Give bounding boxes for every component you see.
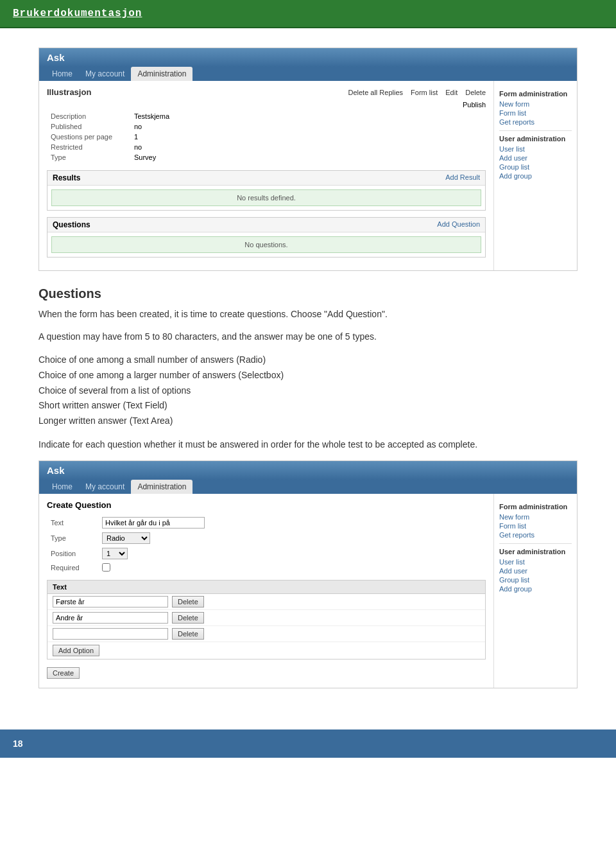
app1-main: Illustrasjon Delete all Replies Form lis… [39, 81, 493, 270]
user-admin-title: User administration [499, 135, 572, 143]
option-input-2[interactable] [53, 612, 168, 624]
app2-main: Create Question Text Type Radio [39, 494, 493, 688]
app1-toolbar: Illustrasjon Delete all Replies Form lis… [47, 87, 486, 97]
form-published-label: Published [47, 121, 130, 132]
option-row-2: Delete [47, 610, 485, 626]
app1-nav-admin[interactable]: Administration [131, 67, 193, 81]
form-restricted-value: no [130, 142, 486, 152]
app1-toolbar-actions: Delete all Replies Form list Edit Delete [348, 89, 486, 96]
list-item-5: Longer written answer (Text Area) [38, 415, 173, 426]
app1-edit[interactable]: Edit [445, 89, 458, 96]
form-restricted-label: Restricted [47, 142, 130, 152]
app2-nav: Home My account Administration [39, 480, 577, 494]
sidebar-group-list[interactable]: Group list [499, 162, 572, 171]
results-add-link[interactable]: Add Result [445, 173, 480, 182]
app2-nav-admin[interactable]: Administration [131, 480, 193, 494]
options-table: Text Delete Delete Delete Add Option [47, 580, 486, 659]
results-section: Results Add Result No results defined. [47, 170, 486, 211]
header-title: Brukerdokumentasjon [13, 8, 142, 19]
field-type-row: Type Radio Selectbox Checkbox Text Field… [47, 530, 486, 546]
app1-nav-home[interactable]: Home [46, 67, 79, 81]
page-content: Ask Home My account Administration Illus… [0, 28, 616, 723]
position-select[interactable]: 1 2 3 [102, 548, 128, 559]
app1-sidebar: Form administration New form Form list G… [493, 81, 577, 270]
app2-sidebar-user-list[interactable]: User list [499, 557, 572, 566]
create-button-container: Create [47, 665, 486, 681]
field-text-label: Text [47, 515, 98, 530]
form-info-row: Type Survey [47, 152, 486, 162]
page-header: Brukerdokumentasjon [0, 0, 616, 28]
option-row-1: Delete [47, 594, 485, 610]
list-item-3: Choice of several from a list of options [38, 385, 191, 396]
app1-body: Illustrasjon Delete all Replies Form lis… [39, 81, 577, 270]
app2-sidebar-add-group[interactable]: Add group [499, 584, 572, 593]
questions-empty: No questions. [51, 236, 481, 253]
sidebar-new-form[interactable]: New form [499, 100, 572, 109]
app1-form-name: Illustrasjon [47, 87, 91, 97]
form-published-value: no [130, 121, 486, 132]
app2-sidebar-new-form[interactable]: New form [499, 512, 572, 521]
sidebar-form-list[interactable]: Form list [499, 109, 572, 118]
field-type-label: Type [47, 530, 98, 546]
app2-nav-home[interactable]: Home [46, 480, 79, 494]
field-required-label: Required [47, 561, 98, 575]
type-select[interactable]: Radio Selectbox Checkbox Text Field Text… [102, 532, 150, 544]
options-table-header: Text [47, 581, 485, 594]
app1-form-list[interactable]: Form list [411, 89, 438, 96]
create-form-title: Create Question [47, 500, 486, 510]
para1: When the form has been created, it is ti… [38, 308, 578, 321]
para3: Indicate for each question whether it mu… [38, 438, 578, 451]
page-footer: 18 [0, 729, 616, 758]
app2-form-admin-title: Form administration [499, 503, 572, 511]
delete-option-2[interactable]: Delete [172, 612, 204, 624]
results-empty: No results defined. [51, 189, 481, 206]
form-type-value: Survey [130, 152, 486, 162]
text-section: Questions When the form has been created… [38, 286, 578, 451]
app2-body: Create Question Text Type Radio [39, 494, 577, 688]
app1-publish[interactable]: Publish [463, 101, 486, 109]
form-admin-title: Form administration [499, 90, 572, 98]
app2-header: Ask [39, 461, 577, 480]
app1-delete[interactable]: Delete [465, 89, 486, 96]
app1-title: Ask [47, 52, 65, 63]
add-option-container: Add Option [47, 642, 485, 659]
results-header: Results Add Result [47, 171, 485, 186]
app2-nav-myaccount[interactable]: My account [79, 480, 131, 494]
sidebar-get-reports[interactable]: Get reports [499, 118, 572, 127]
para2: A question may have from 5 to 80 charact… [38, 330, 578, 344]
list-item-2: Choice of one among a larger number of a… [38, 370, 284, 380]
sidebar-user-list[interactable]: User list [499, 144, 572, 153]
add-option-button[interactable]: Add Option [53, 645, 99, 656]
app2-title: Ask [47, 465, 65, 476]
create-button[interactable]: Create [47, 667, 80, 679]
app2-sidebar-add-user[interactable]: Add user [499, 566, 572, 575]
option-input-3[interactable] [53, 628, 168, 640]
delete-option-3[interactable]: Delete [172, 628, 204, 640]
form-info-row: Questions per page 1 [47, 132, 486, 142]
questions-section: Questions Add Question No questions. [47, 217, 486, 258]
questions-title: Questions [53, 220, 90, 229]
sidebar-add-user[interactable]: Add user [499, 153, 572, 162]
sidebar-add-group[interactable]: Add group [499, 171, 572, 180]
form-info-row: Description Testskjema [47, 111, 486, 121]
field-position-value: 1 2 3 [98, 546, 486, 561]
app2-user-admin-title: User administration [499, 548, 572, 555]
questions-heading: Questions [38, 286, 578, 301]
delete-option-1[interactable]: Delete [172, 596, 204, 607]
option-row-3: Delete [47, 626, 485, 642]
app2-sidebar-get-reports[interactable]: Get reports [499, 530, 572, 539]
field-position-label: Position [47, 546, 98, 561]
option-input-1[interactable] [53, 596, 168, 607]
required-checkbox[interactable] [102, 563, 110, 572]
form-info-table: Description Testskjema Published no Ques… [47, 111, 486, 162]
app1-nav-myaccount[interactable]: My account [79, 67, 131, 81]
text-input[interactable] [102, 517, 205, 528]
app1-delete-replies[interactable]: Delete all Replies [348, 89, 403, 96]
app2-sidebar-form-list[interactable]: Form list [499, 521, 572, 530]
results-title: Results [53, 173, 80, 182]
field-text-row: Text [47, 515, 486, 530]
questions-add-link[interactable]: Add Question [437, 220, 480, 229]
form-type-label: Type [47, 152, 130, 162]
list-item-4: Short written answer (Text Field) [38, 400, 167, 410]
app2-sidebar-group-list[interactable]: Group list [499, 575, 572, 584]
